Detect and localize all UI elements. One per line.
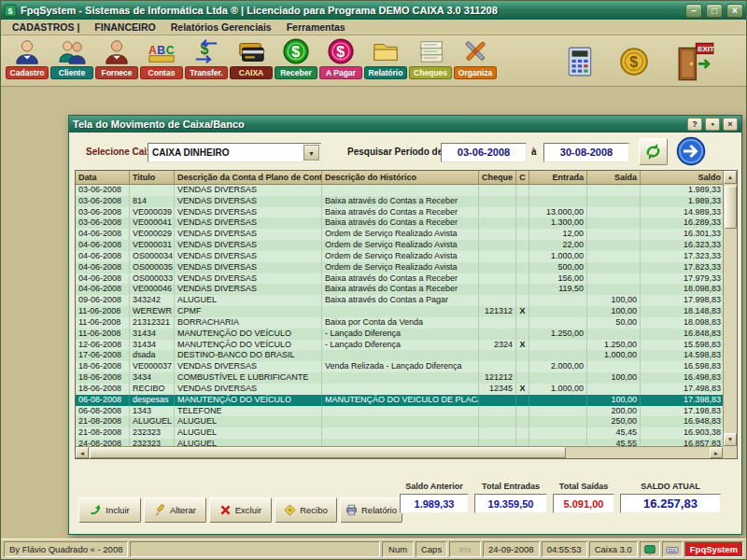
toolbar-button-relatorio[interactable]: Relatório (363, 36, 408, 86)
scroll-right-button[interactable]: ► (710, 447, 723, 458)
grid-header-cell-saldo[interactable]: Saldo (641, 171, 723, 185)
grid-cell (479, 273, 516, 285)
grid-cell: 03-06-2008 (76, 207, 130, 218)
toolbar-button-cadastro[interactable]: Cadastro (5, 36, 49, 86)
grid-header-cell-saida[interactable]: Saída (587, 171, 641, 185)
grid-cell: X (516, 384, 529, 395)
table-row[interactable]: 04-06-2008VE000031VENDAS DIVERSASOrdem d… (76, 240, 723, 251)
toolbar-button-moedas[interactable]: $ (613, 36, 655, 86)
table-row[interactable]: 04-06-2008VE000029VENDAS DIVERSASOrdem d… (76, 229, 723, 240)
table-row[interactable]: 18-06-2008VE000037VENDAS DIVERSASVenda R… (76, 361, 723, 372)
titlebar[interactable]: $ FpqSystem - Sistemas de Informática Lt… (1, 1, 746, 20)
table-row[interactable]: 09-06-2008343242ALUGUELBaixa através do … (76, 295, 723, 306)
table-row[interactable]: 21-08-2008232323ALUGUEL45,4516.903,38 (76, 427, 723, 439)
panel-minimize-button[interactable]: ▪ (705, 118, 720, 131)
recibo-button[interactable]: Recibo (275, 497, 337, 523)
menu-item-financeiro[interactable]: FINANCEIRO (87, 21, 162, 34)
toolbar-button-sair[interactable]: EXIT (673, 36, 714, 86)
menu-item-relatorios-gerenciais[interactable]: Relatórios Gerenciais (163, 21, 279, 34)
grid-header-cell-cheque[interactable]: Cheque (479, 171, 516, 185)
help-button[interactable]: ? (687, 118, 702, 131)
table-row[interactable]: 06-08-20081343TELEFONE200,0017.198,83 (76, 406, 723, 417)
table-row[interactable]: 04-06-2008OS000034VENDAS DIVERSASOrdem d… (76, 251, 723, 262)
v-scroll-thumb[interactable] (725, 186, 737, 229)
menu-item-cadastros[interactable]: CADASTROS | (5, 21, 87, 34)
toolbar-button-calculadora[interactable] (559, 36, 600, 86)
toolbar-button-contas[interactable]: ABCContas (139, 36, 184, 86)
scroll-up-button[interactable]: ▲ (724, 171, 737, 184)
excluir-button[interactable]: Excluir (209, 497, 272, 523)
grid-cell: 04-06-2008 (76, 273, 130, 285)
table-row[interactable]: 11-06-200821312321BORRACHARIABaixa por C… (76, 317, 723, 329)
grid-cell (587, 262, 641, 273)
maximize-button[interactable]: □ (706, 4, 723, 18)
relatorio-button[interactable]: Relatório (340, 497, 402, 523)
table-row[interactable]: 03-06-2008VENDAS DIVERSAS1.989,33 (76, 185, 723, 196)
date-from-field[interactable]: 03-06-2008 (441, 143, 527, 162)
incluir-button[interactable]: Incluir (78, 497, 141, 523)
toolbar-button-caixa[interactable]: CAIXA (229, 36, 274, 86)
toolbar-button-receber[interactable]: $Receber (274, 36, 318, 86)
grid-header-cell-titulo[interactable]: Titulo (130, 171, 175, 185)
toolbar-button-transfer[interactable]: $Transfer. (184, 36, 229, 86)
table-row[interactable]: 17-06-2008dsadaDESTINO-BANCO DO BRASIL1.… (76, 350, 723, 361)
abc-blocks-icon: ABC (147, 37, 176, 65)
table-row[interactable]: 03-06-2008VE000041VENDAS DIVERSASBaixa a… (76, 217, 723, 229)
table-row[interactable]: 03-06-2008814VENDAS DIVERSASBaixa atravé… (76, 196, 723, 207)
go-button[interactable] (676, 136, 706, 166)
grid-cell (516, 406, 529, 417)
scroll-down-button[interactable]: ▼ (724, 433, 737, 446)
panel-titlebar[interactable]: Tela do Movimento de Caixa/Banco ? ▪ × (69, 116, 741, 133)
svg-text:$: $ (629, 53, 638, 69)
table-row[interactable]: 04-06-2008VE000046VENDAS DIVERSASBaixa a… (76, 284, 723, 295)
grid-header-cell-entrada[interactable]: Entrada (529, 171, 587, 185)
grid-header-cell-descricao-da-conta-d-plano-de-contas[interactable]: Descrição da Conta d Plano de Contas (175, 171, 322, 185)
grid-cell: 18.148,83 (641, 306, 723, 317)
table-row[interactable]: 04-06-2008OS000033VENDAS DIVERSASBaixa a… (76, 273, 723, 285)
table-row[interactable]: 24-08-2008232323ALUGUEL45,5516.857,83 (76, 439, 723, 446)
grid-cell: VENDAS DIVERSAS (175, 251, 322, 262)
table-row[interactable]: 18-06-2008RECIBOVENDAS DIVERSAS12345X1.0… (76, 384, 723, 395)
toolbar-button-cliente[interactable]: Cliente (49, 36, 94, 86)
grid-cell (322, 439, 479, 446)
table-row[interactable]: 21-08-2008ALUGUELALUGUEL250,0016.948,83 (76, 416, 723, 427)
grid-cell (479, 284, 516, 295)
grid-cell: 16.323,33 (641, 240, 723, 251)
table-row[interactable]: 11-06-200831434MANUTENÇÃO DO VEÍCULO- La… (76, 329, 723, 340)
table-row[interactable]: 06-08-2008despesasMANUTENÇÃO DO VEÍCULOM… (76, 395, 723, 406)
date-to-field[interactable]: 30-08-2008 (543, 143, 629, 162)
grid-cell (322, 306, 479, 317)
close-button[interactable]: × (726, 4, 743, 18)
table-row[interactable]: 18-06-20083434COMBUSTÍVEL E LUBRIFICANTE… (76, 372, 723, 384)
grid-cell (516, 361, 529, 372)
panel-close-button[interactable]: × (723, 118, 738, 131)
grid-cell: Baixa através do Contas a Receber (322, 273, 479, 285)
menu-item-ferramentas[interactable]: Ferramentas (279, 21, 353, 34)
grid-cell: 100,00 (587, 306, 641, 317)
table-row[interactable]: 12-06-200831434MANUTENÇÃO DO VEÍCULO- La… (76, 340, 723, 351)
toolbar-button-fornece[interactable]: Fornece (94, 36, 139, 86)
window-title: FpqSystem - Sistemas de Informática Ltda… (21, 5, 682, 16)
grid-cell: OS000034 (130, 251, 175, 262)
table-row[interactable]: 04-06-2008OS000035VENDAS DIVERSASOrdem d… (76, 262, 723, 273)
toolbar-button-cheques[interactable]: Cheques (408, 36, 453, 86)
table-row[interactable]: 11-06-2008WEREWRCPMF121312X100,0018.148,… (76, 306, 723, 317)
grid-header-cell-descricao-do-historico[interactable]: Descrição do Histórico (322, 171, 479, 185)
movements-grid: DataTituloDescrição da Conta d Plano de … (75, 170, 738, 459)
caixa-combobox[interactable]: CAIXA DINHEIRO ▼ (148, 143, 321, 162)
combobox-arrow-button[interactable]: ▼ (303, 145, 319, 161)
button-label: Recibo (300, 505, 328, 515)
table-row[interactable]: 03-06-2008VE000039VENDAS DIVERSASBaixa a… (76, 207, 723, 218)
grid-cell (516, 217, 529, 229)
grid-header-cell-c[interactable]: C (516, 171, 529, 185)
alterar-button[interactable]: Alterar (144, 497, 206, 523)
grid-header-cell-data[interactable]: Data (76, 171, 130, 185)
toolbar-button-organiza[interactable]: Organiza (453, 36, 498, 86)
toolbar-button-a-pagar[interactable]: $A Pagar (318, 36, 363, 86)
minimize-button[interactable]: – (685, 4, 702, 18)
grid-cell: VENDAS DIVERSAS (175, 384, 322, 395)
summary-item-saldo-anterior: Saldo Anterior1.989,33 (400, 482, 469, 513)
h-scroll-thumb[interactable] (90, 447, 566, 458)
scroll-left-button[interactable]: ◄ (76, 447, 89, 458)
refresh-button[interactable] (639, 138, 668, 165)
